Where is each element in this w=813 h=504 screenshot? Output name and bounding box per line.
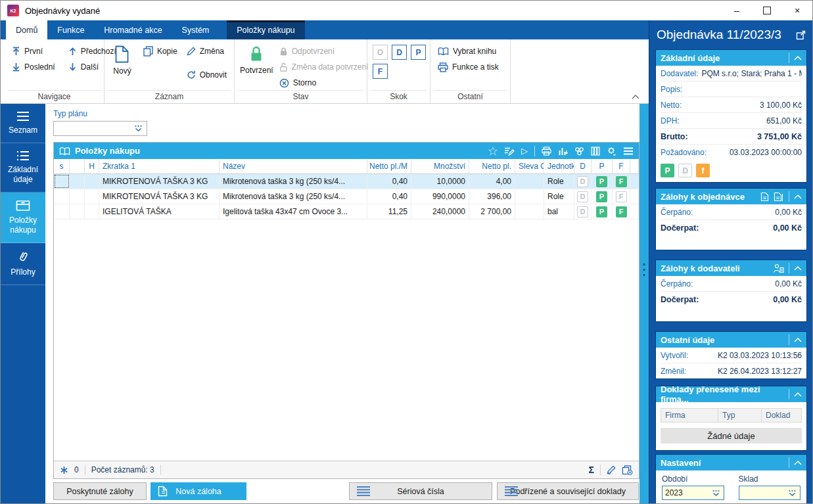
column-header[interactable]: Zkratka 1 bbox=[99, 159, 220, 173]
copy-add-icon[interactable] bbox=[622, 465, 633, 475]
document-list-icon[interactable] bbox=[774, 192, 784, 202]
arrow-up-icon bbox=[68, 47, 77, 56]
chevron-up-icon[interactable] bbox=[794, 195, 802, 199]
column-header[interactable]: Netto pl. bbox=[469, 159, 515, 173]
chevron-up-icon[interactable] bbox=[794, 392, 802, 397]
jump-d-button[interactable]: D bbox=[392, 45, 407, 60]
doc-column-firma[interactable]: Firma bbox=[661, 408, 718, 423]
sum-icon[interactable]: Σ bbox=[589, 465, 594, 475]
tab-hromadne-akce[interactable]: Hromadné akce bbox=[94, 20, 172, 39]
jump-p-button[interactable]: P bbox=[411, 45, 426, 60]
chevron-up-icon[interactable] bbox=[794, 338, 802, 342]
select-book-button[interactable]: Vybrat knihu bbox=[436, 43, 505, 59]
column-header[interactable]: F bbox=[613, 159, 630, 173]
play-icon[interactable]: ▷ bbox=[521, 146, 528, 156]
column-header[interactable]: P bbox=[592, 159, 613, 173]
first-button[interactable]: První bbox=[10, 43, 57, 59]
sidebar-item-polozky-nakupu[interactable]: Položky nákupu bbox=[1, 193, 45, 243]
confirm-button[interactable]: Potvrzení bbox=[240, 43, 273, 90]
created-by-value: K2 03.03.2023 10:13:56 bbox=[718, 351, 802, 360]
group-label-zaznam: Záznam bbox=[108, 90, 231, 101]
table-row[interactable]: MIKROTENOVÁ TAŠKA 3 KG Mikrotenová taška… bbox=[54, 189, 639, 204]
grid-status-bar: 0 Počet záznamů: 3 Σ bbox=[54, 461, 639, 478]
storno-button[interactable]: Storno bbox=[277, 75, 371, 91]
refresh-button[interactable]: Obnovit bbox=[185, 67, 229, 83]
section-header[interactable]: Zálohy k dodavateli bbox=[656, 260, 806, 276]
settings-gear-icon[interactable] bbox=[607, 147, 616, 156]
subordinate-documents-button[interactable]: Podřízené a související doklady bbox=[497, 482, 639, 500]
column-header[interactable]: s bbox=[54, 159, 70, 173]
new-button[interactable]: Nový bbox=[110, 43, 135, 90]
open-detail-button[interactable] bbox=[796, 30, 806, 40]
sidebar-item-prilohy[interactable]: Přílohy bbox=[1, 243, 45, 285]
chart-icon[interactable] bbox=[558, 147, 568, 156]
column-header[interactable]: Netto pl./M bbox=[367, 159, 411, 173]
chevron-up-icon[interactable] bbox=[794, 56, 802, 60]
columns-icon[interactable] bbox=[591, 147, 600, 156]
row-select-cell[interactable] bbox=[54, 174, 70, 189]
tab-funkce[interactable]: Funkce bbox=[47, 20, 94, 39]
panel-splitter[interactable] bbox=[639, 104, 649, 503]
grid-empty-area bbox=[54, 219, 639, 461]
print-icon[interactable] bbox=[542, 147, 551, 156]
change-confirm-date-button[interactable]: Změna data potvrzení bbox=[277, 59, 371, 75]
table-row[interactable]: IGELITOVÁ TAŠKA Igelitová taška 43x47 cm… bbox=[54, 204, 639, 219]
jump-f-button[interactable]: F bbox=[373, 64, 388, 79]
ribbon-collapse-button[interactable] bbox=[632, 95, 639, 99]
unconfirm-button[interactable]: Odpotvrzení bbox=[277, 43, 371, 59]
field-row: Popis: bbox=[661, 81, 802, 97]
warehouse-combobox[interactable] bbox=[739, 486, 801, 500]
field-row: DPH: 651,00 Kč bbox=[661, 113, 802, 129]
section-header[interactable]: Ostatní údaje bbox=[656, 332, 806, 348]
tab-polozky-nakupu[interactable]: Položky nákupu bbox=[227, 20, 304, 39]
gears-icon[interactable] bbox=[574, 147, 584, 156]
tab-system[interactable]: Systém bbox=[172, 20, 220, 39]
star-filter-icon[interactable] bbox=[60, 466, 68, 474]
sidebar-item-zakladni-udaje[interactable]: Základní údaje bbox=[1, 143, 45, 193]
column-header[interactable]: Název bbox=[220, 159, 367, 173]
copy-button[interactable]: Kopie bbox=[141, 43, 179, 59]
person-document-icon[interactable] bbox=[774, 263, 784, 273]
column-header[interactable]: Jednotk bbox=[544, 159, 574, 173]
column-header[interactable]: H bbox=[85, 159, 99, 173]
change-button[interactable]: Změna bbox=[185, 43, 229, 59]
chevron-up-icon[interactable] bbox=[794, 461, 802, 465]
group-label-navigace: Navigace bbox=[8, 90, 101, 101]
maximize-button[interactable] bbox=[752, 1, 782, 20]
doc-column-typ[interactable]: Typ bbox=[718, 408, 762, 423]
doc-column-doklad[interactable]: Doklad bbox=[762, 408, 802, 423]
menu-icon[interactable] bbox=[623, 147, 634, 155]
row-select-cell[interactable] bbox=[54, 189, 70, 204]
provided-deposits-button[interactable]: Poskytnuté zálohy bbox=[53, 482, 147, 500]
minimize-button[interactable]: – bbox=[722, 1, 752, 20]
column-header[interactable]: Množství bbox=[411, 159, 469, 173]
period-combobox[interactable]: 2023 bbox=[662, 486, 724, 500]
section-header[interactable]: Doklady přenesené mezi firma... bbox=[656, 386, 806, 402]
plan-type-combobox[interactable] bbox=[53, 121, 147, 136]
column-header[interactable]: Sleva O bbox=[515, 159, 544, 173]
edit-filter-icon[interactable] bbox=[504, 147, 515, 156]
close-button[interactable]: × bbox=[782, 1, 812, 20]
column-header[interactable] bbox=[70, 159, 85, 173]
column-header-filler bbox=[630, 159, 639, 173]
column-header[interactable]: D bbox=[574, 159, 592, 173]
serial-numbers-button[interactable]: Sériová čísla bbox=[349, 482, 492, 500]
tab-domu[interactable]: Domů bbox=[6, 20, 47, 39]
documents-table: Firma Typ Doklad bbox=[661, 408, 802, 423]
table-row[interactable]: MIKROTENOVÁ TAŠKA 3 KG Mikrotenová taška… bbox=[54, 174, 639, 189]
last-button[interactable]: Poslední bbox=[10, 59, 57, 75]
grid-toolbar: ▷ bbox=[488, 146, 634, 156]
new-deposit-button[interactable]: Nová záloha bbox=[151, 482, 246, 500]
cell-netto-mj: 0,40 bbox=[367, 189, 411, 204]
functions-print-button[interactable]: Funkce a tisk bbox=[436, 59, 505, 75]
sidebar-item-seznam[interactable]: Seznam bbox=[1, 104, 45, 143]
edit-icon[interactable] bbox=[607, 465, 616, 474]
chevron-up-icon[interactable] bbox=[794, 266, 802, 271]
section-header[interactable]: Základní údaje bbox=[656, 50, 806, 66]
section-header[interactable]: Nastavení bbox=[656, 455, 806, 470]
document-icon[interactable] bbox=[760, 192, 769, 202]
pencil-icon bbox=[187, 47, 196, 56]
section-header[interactable]: Zálohy k objednávce bbox=[656, 189, 806, 204]
row-select-cell[interactable] bbox=[54, 204, 70, 219]
jump-o-button[interactable]: O bbox=[373, 45, 388, 60]
